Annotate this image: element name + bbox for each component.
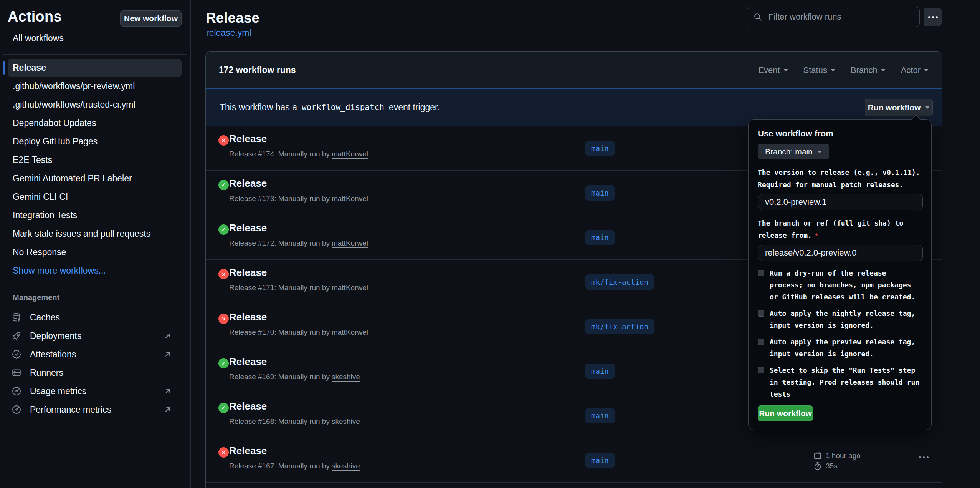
run-workflow-dropdown-button[interactable]: Run workflow bbox=[865, 99, 933, 116]
runs-filter-dropdown[interactable]: Event bbox=[758, 65, 788, 75]
run-actor-link[interactable]: skeshive bbox=[332, 373, 360, 381]
management-item-label: Performance metrics bbox=[30, 405, 111, 415]
run-description-text: Release #173: Manually run by bbox=[229, 194, 330, 203]
branch-badge[interactable]: main bbox=[585, 408, 615, 423]
run-description: Release #167: Manually run byskeshive bbox=[229, 462, 360, 470]
sidebar-item-management[interactable]: Caches bbox=[8, 308, 182, 327]
run-description: Release #171: Manually run bymattKorwel bbox=[229, 284, 368, 292]
option-label: Auto apply the preview release tag, inpu… bbox=[770, 336, 922, 360]
management-item-label: Runners bbox=[30, 368, 63, 378]
branch-badge[interactable]: main bbox=[585, 364, 615, 379]
external-link-icon bbox=[164, 387, 172, 395]
run-workflow-panel: Use workflow from Branch: main The versi… bbox=[748, 119, 932, 430]
run-status-icon bbox=[218, 358, 229, 368]
version-input[interactable] bbox=[758, 194, 923, 210]
branch-badge[interactable]: mk/fix-action bbox=[585, 274, 654, 290]
workflow-run-row[interactable]: Release Release #167: Manually run byske… bbox=[206, 438, 942, 483]
run-actor-link[interactable]: mattKorwel bbox=[332, 194, 368, 203]
run-actor-link[interactable]: mattKorwel bbox=[332, 150, 368, 158]
run-actor-link[interactable]: skeshive bbox=[332, 462, 360, 470]
new-workflow-button[interactable]: New workflow bbox=[120, 10, 182, 27]
run-title[interactable]: Release bbox=[229, 356, 267, 368]
branch-badge[interactable]: main bbox=[585, 230, 615, 245]
sidebar-item-workflow[interactable]: Show more workflows... bbox=[8, 261, 182, 280]
chevron-down-icon bbox=[783, 69, 788, 71]
sidebar-item-management[interactable]: Runners bbox=[8, 364, 182, 382]
workflow-options-kebab-button[interactable] bbox=[924, 8, 942, 26]
management-item-icon bbox=[12, 368, 21, 378]
kebab-dot bbox=[928, 16, 930, 18]
runs-filter-dropdown[interactable]: Branch bbox=[851, 65, 886, 75]
branch-badge[interactable]: main bbox=[585, 141, 615, 156]
sidebar-item-workflow[interactable]: Mark stale issues and pull requests bbox=[8, 224, 182, 243]
run-actor-link[interactable]: skeshive bbox=[332, 417, 360, 425]
banner-event-code: workflow_dispatch bbox=[302, 103, 384, 112]
sidebar-item-workflow[interactable]: Gemini CLI CI bbox=[8, 188, 182, 206]
run-description: Release #174: Manually run bymattKorwel bbox=[229, 150, 368, 158]
option-checkbox[interactable] bbox=[758, 310, 764, 317]
workflow-file-link[interactable]: release.yml bbox=[206, 28, 251, 38]
sidebar-item-workflow[interactable]: .github/workflows/pr-review.yml bbox=[8, 77, 182, 95]
run-actor-link[interactable]: mattKorwel bbox=[332, 239, 368, 247]
workflow-label: Gemini Automated PR Labeler bbox=[13, 173, 132, 184]
run-actor-link[interactable]: mattKorwel bbox=[332, 284, 368, 292]
sidebar-item-workflow[interactable]: Release bbox=[8, 59, 182, 77]
run-duration: 35s bbox=[813, 461, 861, 471]
run-time: 1 hour ago bbox=[813, 450, 861, 461]
version-input-label: The version to release (e.g., v0.1.11). … bbox=[758, 166, 923, 191]
workflow-option: Auto apply the nightly release tag, inpu… bbox=[758, 307, 922, 331]
runs-filter-dropdown[interactable]: Actor bbox=[901, 65, 929, 75]
branch-badge[interactable]: main bbox=[585, 185, 615, 201]
run-title[interactable]: Release bbox=[229, 178, 267, 189]
page-title: Release bbox=[206, 10, 259, 26]
sidebar-item-workflow[interactable]: E2E Tests bbox=[8, 151, 182, 169]
branch-select-label: Branch: main bbox=[765, 147, 813, 156]
sidebar-item-all-workflows[interactable]: All workflows bbox=[13, 33, 64, 43]
sidebar-item-workflow[interactable]: Deploy GitHub Pages bbox=[8, 132, 182, 151]
workflow-label: Mark stale issues and pull requests bbox=[13, 229, 150, 239]
run-title[interactable]: Release bbox=[229, 133, 267, 145]
run-description-text: Release #174: Manually run by bbox=[229, 150, 330, 158]
branch-badge[interactable]: mk/fix-action bbox=[585, 319, 654, 334]
sidebar-item-workflow[interactable]: No Response bbox=[8, 243, 182, 261]
run-title[interactable]: Release bbox=[229, 445, 267, 457]
run-meta: 1 hour ago 35s bbox=[813, 450, 861, 471]
sidebar-item-management[interactable]: Deployments bbox=[8, 327, 182, 345]
workflow-label: Show more workflows... bbox=[13, 266, 106, 276]
branch-badge[interactable]: main bbox=[585, 453, 615, 468]
option-checkbox[interactable] bbox=[758, 270, 764, 276]
sidebar-item-management[interactable]: Attestations bbox=[8, 345, 182, 364]
run-options-kebab-button[interactable] bbox=[919, 456, 929, 458]
run-description-text: Release #172: Manually run by bbox=[229, 239, 330, 247]
run-title[interactable]: Release bbox=[229, 311, 267, 323]
sidebar-item-workflow[interactable]: Gemini Automated PR Labeler bbox=[8, 169, 182, 188]
run-title[interactable]: Release bbox=[229, 267, 267, 279]
sidebar-item-management[interactable]: Usage metrics bbox=[8, 382, 182, 400]
filter-workflow-runs-input[interactable] bbox=[747, 7, 920, 27]
option-checkbox[interactable] bbox=[758, 367, 764, 373]
kebab-dot bbox=[932, 16, 934, 18]
run-status-icon bbox=[218, 314, 229, 324]
chevron-down-icon bbox=[925, 106, 930, 109]
option-checkbox[interactable] bbox=[758, 339, 764, 345]
sidebar-item-management[interactable]: Performance metrics bbox=[8, 400, 182, 419]
runs-count: 172 workflow runs bbox=[219, 65, 296, 75]
sidebar-item-workflow[interactable]: .github/workflows/trusted-ci.yml bbox=[8, 95, 182, 114]
runs-header: 172 workflow runs Event Status Branch bbox=[206, 52, 942, 88]
run-actor-link[interactable]: mattKorwel bbox=[332, 328, 368, 336]
sidebar-item-workflow[interactable]: Dependabot Updates bbox=[8, 114, 182, 132]
ref-input-label: The branch or ref (full git sha) to rele… bbox=[758, 217, 923, 242]
run-description: Release #169: Manually run byskeshive bbox=[229, 373, 360, 381]
management-item-icon bbox=[12, 331, 21, 341]
sidebar-item-workflow[interactable]: Integration Tests bbox=[8, 206, 182, 224]
run-workflow-submit-button[interactable]: Run workflow bbox=[758, 405, 813, 421]
filter-workflow-runs bbox=[747, 7, 920, 27]
filter-label: Branch bbox=[851, 65, 878, 75]
run-title[interactable]: Release bbox=[229, 400, 267, 412]
branch-select-button[interactable]: Branch: main bbox=[758, 144, 829, 159]
workflow-option: Run a dry-run of the release process; no… bbox=[758, 267, 922, 303]
ref-input[interactable] bbox=[758, 245, 923, 261]
runs-filter-dropdown[interactable]: Status bbox=[803, 65, 835, 75]
workflow-label: Gemini CLI CI bbox=[13, 192, 68, 202]
run-title[interactable]: Release bbox=[229, 222, 267, 234]
